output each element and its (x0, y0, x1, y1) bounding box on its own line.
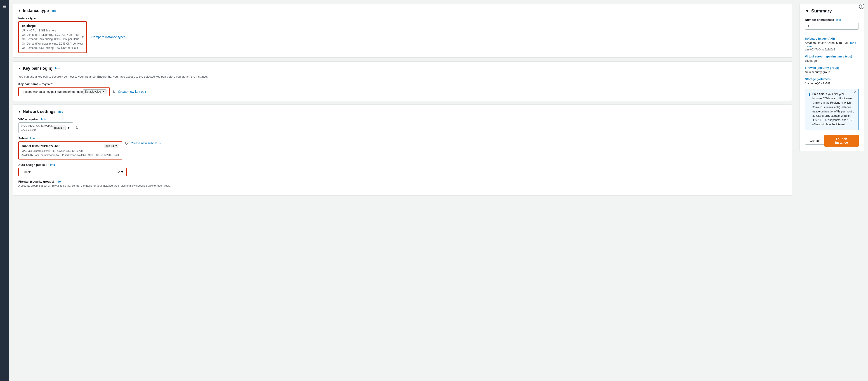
auto-assign-field-row: Auto-assign public IP Info Enable Disabl… (18, 163, 786, 176)
instance-type-summary-label[interactable]: Virtual server type (instance type) (805, 55, 859, 58)
free-tier-box-content: ℹ Free tier: In your first year includes… (809, 92, 855, 127)
ami-label[interactable]: Software Image (AMI) (805, 37, 859, 40)
network-settings-info-link[interactable]: Info (58, 110, 63, 113)
subnet-refresh-icon[interactable]: ↻ (125, 141, 128, 146)
key-pair-section: ▼ Key pair (login) Info You can use a ke… (13, 61, 792, 101)
key-pair-title: Key pair (login) (23, 66, 53, 71)
num-instances-label: Number of instances (805, 18, 834, 22)
network-settings-header: ▼ Network settings Info (18, 109, 786, 114)
network-settings-title: Network settings (23, 109, 56, 114)
subnet-row-wrapper: subnet-008567d49ae725ba6 pub-1a ▼ VPC: v… (18, 141, 786, 159)
firewall-description: A security group is a set of firewall ru… (18, 184, 786, 187)
default-value-badge: Default value ▼ (83, 89, 106, 94)
num-instances-input[interactable] (805, 23, 859, 30)
number-of-instances-field: Number of instances Info (805, 18, 859, 33)
instance-type-summary-value: c5.xlarge (805, 59, 859, 62)
instance-type-header: ▼ Instance type Info (18, 8, 786, 13)
vpc-default-badge: (default) (53, 125, 66, 130)
center-panel: ▼ Instance type Info Instance type c5.xl… (9, 0, 796, 381)
instance-type-field-label: Instance type (18, 17, 125, 20)
instance-type-box-outer: Instance type c5.xlarge c5 4 vCPU 8 GiB … (18, 17, 786, 53)
summary-card: ▼ Summary Number of instances Info Softw… (799, 4, 864, 151)
launch-instance-button[interactable]: Launch instance (825, 135, 859, 147)
storage-summary-value: 1 volume(s) - 8 GiB (805, 82, 859, 85)
instance-type-detail: c5 4 vCPU 8 GiB Memory On-Demand RHEL pr… (22, 29, 83, 50)
main-content: ▼ Instance type Info Instance type c5.xl… (9, 0, 868, 381)
hamburger-icon[interactable]: ☰ (1, 3, 8, 10)
vpc-field-row: VPC – required Info vpc-08bcc8563fef3515… (18, 118, 786, 133)
free-tier-box: ✕ ℹ Free tier: In your first year includ… (805, 89, 859, 130)
default-value-dropdown-arrow: ▼ (102, 90, 104, 93)
subnet-field-label: Subnet Info (18, 137, 786, 140)
free-tier-info-icon: ℹ (809, 92, 810, 97)
subnet-detail: VPC: vpc-08bcc8563fef3515b Owner: 237747… (22, 149, 119, 157)
key-pair-description: You can use a key pair to securely conne… (18, 75, 786, 79)
firewall-summary-value: New security group (805, 70, 859, 74)
subnet-badge: pub-1a ▼ (104, 144, 119, 148)
summary-triangle: ▼ (805, 8, 809, 13)
key-pair-select-box[interactable]: Proceed without a key pair (Not recommen… (18, 87, 110, 96)
vpc-info-link[interactable]: Info (41, 118, 46, 121)
instance-type-summary-field: Virtual server type (instance type) c5.x… (805, 55, 859, 62)
free-tier-close-icon[interactable]: ✕ (853, 91, 856, 94)
summary-title: ▼ Summary (805, 8, 859, 13)
cancel-button[interactable]: Cancel (805, 137, 825, 145)
key-pair-triangle: ▼ (18, 67, 21, 70)
vpc-dropdown-arrow: ▼ (67, 126, 70, 129)
network-settings-triangle: ▼ (18, 110, 21, 113)
subnet-name: subnet-008567d49ae725ba6 (22, 144, 60, 148)
instance-type-title: Instance type (23, 8, 49, 13)
storage-summary-label[interactable]: Storage (volumes) (805, 77, 859, 81)
auto-assign-select[interactable]: Enable Disable (22, 170, 121, 174)
auto-assign-dropdown-arrow: ▼ (121, 170, 124, 174)
ami-value: Amazon Linux 2 Kernel 5.10 AMI...read mo… (805, 41, 859, 48)
key-pair-row: Proceed without a key pair (Not recommen… (18, 87, 786, 96)
subnet-info-link[interactable]: Info (30, 137, 35, 140)
vpc-right: (default) ▼ (53, 125, 70, 130)
instance-type-section: ▼ Instance type Info Instance type c5.xl… (13, 4, 792, 58)
sidebar: ☰ (0, 0, 9, 381)
free-tier-text: Free tier: In your first year includes 7… (812, 92, 855, 127)
vpc-select-box[interactable]: vpc-08bcc8563fef3515b 172.31.0.0/16 (def… (18, 122, 73, 133)
ami-id: ami-063f7e04ad6a4d0d2 (805, 48, 859, 51)
instance-type-select-wrapper[interactable]: c5.xlarge c5 4 vCPU 8 GiB Memory On-Dema… (18, 21, 87, 53)
firewall-summary-field: Firewall (security group) New security g… (805, 66, 859, 74)
ami-field: Software Image (AMI) Amazon Linux 2 Kern… (805, 37, 859, 51)
instance-type-dropdown-arrow: ▼ (81, 35, 84, 39)
summary-panel: ▼ Summary Number of instances Info Softw… (796, 0, 868, 381)
vpc-row-outer: vpc-08bcc8563fef3515b 172.31.0.0/16 (def… (18, 122, 786, 133)
key-pair-info-link[interactable]: Info (55, 67, 60, 70)
network-settings-section: ▼ Network settings Info VPC – required I… (13, 105, 792, 196)
subnet-select-box[interactable]: subnet-008567d49ae725ba6 pub-1a ▼ VPC: v… (18, 141, 122, 159)
num-instances-info-link[interactable]: Info (836, 18, 841, 22)
subnet-name-row: subnet-008567d49ae725ba6 pub-1a ▼ (22, 144, 119, 148)
firewall-summary-label[interactable]: Firewall (security group) (805, 66, 859, 69)
subnet-dropdown-arrow: ▼ (115, 144, 118, 148)
key-pair-header: ▼ Key pair (login) Info (18, 66, 786, 71)
instance-type-info-link[interactable]: Info (52, 9, 57, 12)
vpc-id: vpc-08bcc8563fef3515b (21, 124, 53, 128)
auto-assign-field-label: Auto-assign public IP Info (18, 163, 786, 167)
create-key-pair-link[interactable]: Create new key pair (118, 90, 146, 93)
create-subnet-link[interactable]: Create new subnet ↗ (131, 141, 161, 145)
summary-actions: Cancel Launch instance (805, 135, 859, 147)
external-link-icon: ↗ (159, 142, 161, 145)
firewall-info-link[interactable]: Info (56, 180, 61, 183)
key-pair-value: Proceed without a key pair (Not recommen… (22, 90, 83, 93)
vpc-details: vpc-08bcc8563fef3515b 172.31.0.0/16 (21, 124, 53, 131)
auto-assign-select-box[interactable]: Enable Disable ▼ (18, 168, 127, 176)
key-pair-field-label: Key pair name – required (18, 82, 786, 86)
vpc-refresh-icon[interactable]: ↻ (75, 125, 79, 130)
instance-type-name: c5.xlarge (22, 24, 83, 28)
auto-assign-info-link[interactable]: Info (50, 163, 55, 167)
compare-instance-types-link[interactable]: Compare instance types (91, 35, 125, 39)
refresh-icon[interactable]: ↻ (112, 90, 115, 94)
vpc-field-label: VPC – required Info (18, 118, 786, 121)
firewall-field-label: Firewall (security groups) Info (18, 180, 786, 183)
subnet-field-row: Subnet Info subnet-008567d49ae725ba6 pub… (18, 137, 786, 159)
vpc-cidr: 172.31.0.0/16 (21, 128, 53, 131)
storage-summary-field: Storage (volumes) 1 volume(s) - 8 GiB (805, 77, 859, 85)
info-circle-icon[interactable]: ℹ (859, 4, 864, 9)
firewall-field-row: Firewall (security groups) Info A securi… (18, 180, 786, 187)
instance-type-triangle: ▼ (18, 9, 21, 12)
